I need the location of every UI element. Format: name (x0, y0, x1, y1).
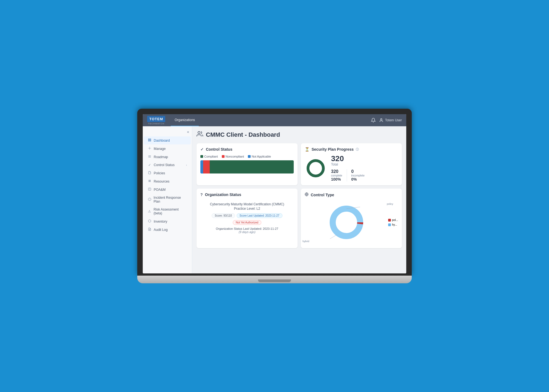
audit-icon (148, 228, 152, 232)
segment-compliant (210, 160, 294, 173)
main-content: CMMC Client - Dashboard ✓ Control Status (192, 126, 406, 273)
noncompliant-dot (222, 155, 225, 158)
roadmap-icon (148, 155, 152, 159)
svg-point-0 (380, 119, 382, 120)
svg-line-20 (330, 235, 337, 239)
laptop-base (137, 276, 412, 283)
legend-hybrid: hy... (388, 223, 398, 226)
incident-icon (148, 198, 151, 202)
svg-point-5 (149, 148, 150, 149)
control-status-icon: ✓ (148, 163, 152, 167)
sidebar-item-risk-label: Risk Assessment (beta) (154, 208, 187, 215)
svg-rect-3 (150, 140, 151, 141)
sidebar-toggle: « (143, 128, 192, 136)
sidebar-item-dashboard-label: Dashboard (154, 139, 170, 142)
chart-icon (305, 192, 309, 197)
user-info[interactable]: Totem User (379, 118, 402, 122)
sidebar-item-roadmap-label: Roadmap (154, 155, 168, 159)
svg-rect-1 (149, 139, 150, 140)
compliant-dot (200, 155, 203, 158)
manage-icon (148, 147, 152, 151)
sidebar-item-incident-label: Incident Response Plan (153, 196, 187, 203)
question-icon: ? (200, 192, 203, 197)
sidebar-item-audit-label: Audit Log (154, 228, 168, 232)
security-complete-col: 320 complete 100% (331, 169, 347, 181)
control-status-card: ✓ Control Status Compliant No (197, 143, 298, 185)
sidebar-item-incident[interactable]: Incident Response Plan (144, 194, 191, 205)
info-icon[interactable]: ⓘ (356, 147, 359, 152)
org-level: Practice Level: L2 (200, 207, 294, 211)
legend-policy: pol... (388, 219, 398, 222)
sidebar-item-policies[interactable]: Policies (144, 169, 191, 177)
not-applicable-dot (248, 155, 251, 158)
laptop-notch (258, 279, 291, 282)
nav-organizations[interactable]: Organizations (171, 114, 199, 126)
security-plan-card: ⏳ Security Plan Progress ⓘ (301, 143, 402, 185)
sidebar-item-dashboard[interactable]: Dashboard (144, 136, 191, 144)
control-type-donut-wrapper: policy hybrid (305, 200, 388, 244)
header-nav: Organizations (171, 114, 199, 126)
sidebar-item-poam[interactable]: POA&M (144, 186, 191, 194)
poam-icon (148, 187, 152, 192)
risk-icon: ⚠ (148, 209, 152, 213)
sidebar-item-audit[interactable]: Audit Log (144, 226, 191, 234)
org-status-body: Cybersecurity Maturity Model Certificati… (200, 200, 294, 236)
legend-not-applicable: Not Applicable (248, 155, 271, 158)
policy-dot (388, 219, 391, 222)
sidebar-item-inventory[interactable]: Inventory (144, 217, 191, 225)
control-type-content: policy hybrid pol... (305, 200, 398, 244)
sidebar-item-control-status[interactable]: ✓ Control Status › (144, 161, 191, 169)
security-plan-content: 320 Total 320 complete 100% (305, 155, 398, 181)
security-donut-chart (305, 157, 327, 179)
bell-icon[interactable] (371, 118, 376, 123)
org-updated-text: Organization Status Last Updated: 2023-1… (200, 227, 294, 230)
org-badges: Score: 93/110 Score Last Updated: 2023-1… (200, 213, 294, 218)
org-status-title: ? Organization Status (200, 192, 294, 197)
sidebar-item-roadmap[interactable]: Roadmap (144, 153, 191, 161)
header-right: Totem User (371, 118, 402, 123)
app-screen: TOTEM TECHWATCH Organizations (143, 114, 406, 273)
org-updated-sub: (9 days ago) (200, 230, 294, 234)
laptop-container: TOTEM TECHWATCH Organizations (137, 109, 412, 283)
logo-subtitle: TECHWATCH (148, 122, 164, 125)
security-donut-container (305, 157, 327, 179)
screen-bezel: TOTEM TECHWATCH Organizations (137, 109, 412, 276)
unauthorized-badge: Not Yet Authorized (233, 220, 261, 225)
security-incomplete-pct: 0% (351, 177, 365, 181)
dashboard-icon (148, 138, 152, 142)
control-progress-bar (200, 160, 294, 173)
sidebar-item-poam-label: POA&M (154, 188, 166, 192)
org-status-card: ? Organization Status Cybersecurity Matu… (197, 189, 298, 248)
sidebar-item-resources[interactable]: Resources (144, 177, 191, 185)
page-title: CMMC Client - Dashboard (206, 131, 280, 138)
security-total-label: Total (331, 163, 398, 166)
chevron-right-icon: › (186, 164, 187, 167)
hybrid-chart-label: hybrid (302, 240, 309, 243)
policy-chart-label: policy (387, 203, 393, 205)
sidebar-item-resources-label: Resources (154, 180, 169, 183)
segment-noncompliant (203, 160, 210, 173)
sidebar: « Dashboard Manage (143, 126, 192, 273)
security-total-value: 320 (331, 155, 398, 163)
org-cert-name: Cybersecurity Maturity Model Certificati… (200, 202, 294, 206)
hourglass-icon: ⏳ (305, 147, 309, 152)
logo-text: TOTEM (147, 116, 165, 122)
sidebar-item-control-label: Control Status (154, 163, 175, 167)
sidebar-item-manage[interactable]: Manage (144, 145, 191, 153)
svg-rect-2 (150, 139, 151, 140)
dashboard-grid: ✓ Control Status Compliant No (197, 143, 402, 248)
user-icon (379, 118, 383, 122)
sidebar-item-manage-label: Manage (154, 147, 166, 151)
org-auth-badge-row: Not Yet Authorized (200, 220, 294, 225)
date-badge: Score Last Updated: 2023-11-27 (237, 213, 282, 218)
policies-icon (148, 171, 152, 175)
collapse-icon[interactable]: « (187, 130, 189, 134)
hybrid-dot (388, 223, 391, 226)
inventory-icon (148, 219, 152, 223)
svg-rect-4 (149, 140, 150, 141)
security-complete-label: complete (331, 174, 342, 177)
control-type-donut (327, 203, 366, 242)
control-status-title: ✓ Control Status (200, 147, 294, 152)
sidebar-item-policies-label: Policies (154, 171, 165, 175)
sidebar-item-risk[interactable]: ⚠ Risk Assessment (beta) (144, 206, 191, 217)
